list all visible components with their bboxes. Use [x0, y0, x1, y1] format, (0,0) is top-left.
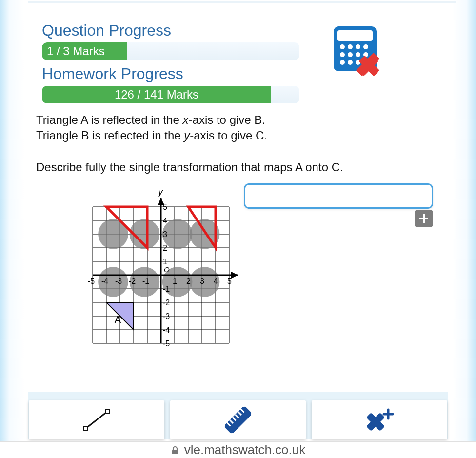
svg-point-5: [363, 44, 368, 49]
question-text: Triangle A is reflected in the x-axis to…: [36, 112, 440, 176]
lock-icon: [171, 446, 179, 455]
line-tool-button[interactable]: [29, 400, 164, 439]
svg-point-4: [356, 44, 360, 49]
multiply-tool-button[interactable]: [312, 400, 447, 439]
question-progress-fill: 1 / 3 Marks: [42, 42, 127, 60]
svg-line-77: [85, 411, 108, 429]
tool-row: [28, 392, 448, 439]
svg-text:-2: -2: [129, 277, 136, 285]
svg-text:A: A: [115, 314, 121, 325]
svg-text:-1: -1: [163, 285, 170, 293]
coordinate-graph[interactable]: Axy-5-4-3-2-112345-5-4-3-2-112345O: [34, 182, 244, 370]
svg-text:-4: -4: [163, 326, 170, 334]
question-progress-bar: 1 / 3 Marks: [42, 42, 299, 60]
add-answer-button[interactable]: [415, 210, 433, 227]
svg-rect-91: [172, 450, 178, 454]
svg-point-3: [348, 44, 353, 49]
url-bar: vle.mathswatch.co.uk: [0, 441, 476, 458]
homework-progress-fill: 126 / 141 Marks: [42, 86, 271, 103]
svg-point-2: [340, 44, 345, 49]
svg-rect-79: [106, 409, 110, 413]
answer-input[interactable]: [244, 183, 433, 209]
svg-text:5: 5: [163, 203, 167, 211]
svg-rect-80: [223, 405, 252, 434]
svg-point-8: [356, 52, 360, 57]
svg-point-6: [340, 52, 345, 57]
svg-text:-1: -1: [142, 277, 149, 285]
svg-text:1: 1: [163, 258, 167, 266]
svg-rect-78: [83, 427, 87, 431]
url-text: vle.mathswatch.co.uk: [184, 442, 306, 458]
svg-text:5: 5: [227, 277, 232, 285]
svg-text:2: 2: [163, 244, 167, 252]
svg-text:-5: -5: [163, 339, 170, 348]
svg-text:3: 3: [163, 230, 167, 239]
svg-point-7: [348, 52, 353, 57]
svg-marker-52: [231, 272, 238, 279]
svg-text:-2: -2: [163, 299, 170, 307]
svg-point-11: [348, 60, 353, 65]
svg-text:-5: -5: [88, 277, 95, 285]
svg-text:4: 4: [214, 277, 218, 285]
calculator-disabled-icon: [330, 24, 383, 78]
homework-progress-bar: 126 / 141 Marks: [42, 86, 299, 103]
svg-text:3: 3: [200, 277, 204, 285]
svg-point-10: [340, 60, 345, 65]
svg-text:-3: -3: [163, 312, 170, 320]
svg-text:2: 2: [186, 277, 191, 285]
ruler-tool-button[interactable]: [170, 400, 306, 439]
svg-text:-3: -3: [115, 277, 122, 285]
svg-text:y: y: [157, 186, 163, 197]
svg-text:1: 1: [173, 277, 177, 285]
svg-text:-4: -4: [101, 277, 108, 285]
svg-text:4: 4: [163, 217, 167, 225]
svg-rect-1: [337, 30, 373, 41]
question-card: Question Progress 1 / 3 Marks Homework P…: [28, 7, 448, 389]
svg-text:O: O: [164, 265, 170, 274]
